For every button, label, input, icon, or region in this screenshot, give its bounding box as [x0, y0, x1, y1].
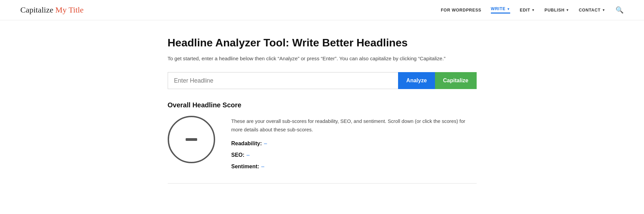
chevron-down-icon-publish: ▼	[566, 8, 569, 12]
nav-link-edit[interactable]: EDIT ▼	[520, 8, 535, 13]
section-title: Overall Headline Score	[168, 101, 477, 109]
nav-item-write[interactable]: WRITE ▼	[491, 6, 510, 14]
seo-label: SEO:	[231, 152, 245, 158]
navigation: Capitalize My Title FOR WORDPRESS WRITE …	[0, 0, 644, 20]
capitalize-label: Capitalize	[443, 78, 469, 83]
analyze-button[interactable]: Analyze	[398, 72, 435, 89]
nav-label-publish: PUBLISH	[544, 8, 564, 13]
sentiment-label: Sentiment:	[231, 164, 259, 170]
score-dash	[186, 138, 197, 141]
nav-item-edit[interactable]: EDIT ▼	[520, 8, 535, 13]
score-circle	[168, 116, 215, 163]
readability-label: Readability:	[231, 141, 262, 147]
nav-link-write[interactable]: WRITE ▼	[491, 6, 510, 11]
headline-input-row: Analyze Capitalize	[168, 72, 477, 89]
logo-my-title: My Title	[55, 5, 83, 14]
headline-input[interactable]	[168, 72, 398, 89]
nav-item-publish[interactable]: PUBLISH ▼	[544, 8, 569, 13]
capitalize-button[interactable]: Capitalize	[435, 72, 477, 89]
nav-label-for-wordpress: FOR WORDPRESS	[441, 8, 481, 13]
score-description: These are your overall sub-scores for re…	[231, 117, 477, 134]
logo-capitalize: Capitalize	[20, 5, 55, 14]
nav-link-for-wordpress[interactable]: FOR WORDPRESS	[441, 8, 481, 13]
nav-label-edit: EDIT	[520, 8, 530, 13]
sentiment-score-item[interactable]: Sentiment: –	[231, 164, 477, 170]
nav-label-contact: CONTACT	[579, 8, 600, 13]
nav-item-for-wordpress[interactable]: FOR WORDPRESS	[441, 8, 481, 13]
search-icon: 🔍	[616, 6, 624, 14]
readability-value: –	[264, 141, 267, 147]
search-button[interactable]: 🔍	[616, 6, 624, 14]
score-circle-wrapper	[168, 116, 215, 163]
page-description: To get started, enter a headline below t…	[168, 55, 477, 63]
nav-item-contact[interactable]: CONTACT ▼	[579, 8, 605, 13]
sentiment-value: –	[261, 164, 264, 170]
chevron-down-icon-edit: ▼	[532, 8, 535, 12]
nav-links: FOR WORDPRESS WRITE ▼ EDIT ▼ PUBLISH ▼	[441, 6, 605, 14]
seo-score-item[interactable]: SEO: –	[231, 152, 477, 158]
nav-link-publish[interactable]: PUBLISH ▼	[544, 8, 569, 13]
page-title: Headline Analyzer Tool: Write Better Hea…	[168, 37, 477, 49]
nav-label-write: WRITE	[491, 6, 505, 11]
chevron-down-icon: ▼	[507, 7, 510, 11]
chevron-down-icon-contact: ▼	[602, 8, 605, 12]
nav-right: FOR WORDPRESS WRITE ▼ EDIT ▼ PUBLISH ▼	[441, 6, 624, 14]
logo[interactable]: Capitalize My Title	[20, 5, 84, 15]
score-details: These are your overall sub-scores for re…	[231, 116, 477, 170]
sub-scores: Readability: – SEO: – Sentiment: –	[231, 141, 477, 170]
section-divider	[168, 183, 477, 184]
seo-value: –	[247, 152, 250, 158]
nav-link-contact[interactable]: CONTACT ▼	[579, 8, 605, 13]
analyze-label: Analyze	[406, 78, 427, 83]
readability-score-item[interactable]: Readability: –	[231, 141, 477, 147]
score-section: These are your overall sub-scores for re…	[168, 116, 477, 170]
main-content: Headline Analyzer Tool: Write Better Hea…	[160, 20, 485, 207]
